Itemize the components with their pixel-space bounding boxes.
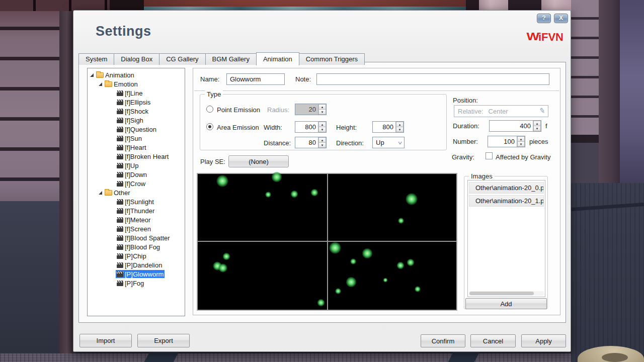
import-button[interactable]: Import: [79, 334, 132, 347]
tab-common-triggers[interactable]: Common Triggers: [299, 53, 365, 65]
height-spin-buttons[interactable]: ▲▼: [395, 122, 404, 132]
tree-item[interactable]: [f]Thunder: [88, 206, 185, 215]
image-list-item[interactable]: Other\animation-20_1.pn: [469, 195, 544, 207]
tab-cg-gallery[interactable]: CG Gallery: [159, 53, 205, 65]
tree-item[interactable]: [f]Line: [88, 88, 185, 98]
spin-down-icon: ▼: [318, 143, 326, 148]
pencil-edit-icon[interactable]: ✎: [539, 106, 546, 115]
tree-item[interactable]: [f]Sigh: [88, 116, 185, 125]
glow-particle: [222, 253, 230, 260]
background-red-beam: [144, 0, 466, 7]
distance-stepper[interactable]: 80 ▲▼: [295, 137, 327, 148]
tree-item[interactable]: Other: [88, 188, 185, 197]
help-button[interactable]: ?: [537, 14, 551, 23]
background-top-column: [110, 0, 144, 11]
tree-item[interactable]: [f]Sunlight: [88, 197, 185, 206]
tree-item[interactable]: [f]Sun: [88, 134, 185, 143]
tree-item[interactable]: [P]Glowworm: [88, 269, 185, 279]
width-stepper[interactable]: 800 ▲▼: [295, 121, 327, 133]
animation-clapper-icon: [117, 154, 123, 159]
folder-icon: [105, 81, 112, 87]
animation-clapper-icon: [117, 100, 123, 105]
point-emission-radio[interactable]: [206, 106, 213, 113]
logo-text: iFVN: [538, 31, 564, 44]
number-stepper[interactable]: 100 ▲▼: [488, 136, 525, 147]
tab-bgm-gallery[interactable]: BGM Gallery: [205, 53, 257, 65]
tree-item[interactable]: [P]Chip: [88, 251, 185, 260]
tree-item-label: [f]Ellipsis: [125, 99, 150, 106]
height-stepper[interactable]: 800 ▲▼: [372, 121, 404, 133]
tree-item[interactable]: [f]Blood Spatter: [88, 233, 185, 242]
add-image-button[interactable]: Add: [465, 298, 547, 309]
background-top-gap: [508, 0, 541, 11]
position-label: Position:: [453, 97, 478, 104]
tree-item[interactable]: [f]Broken Heart: [88, 152, 185, 161]
glow-particle: [383, 278, 388, 283]
background-floor-band: [448, 352, 480, 362]
animation-clapper-icon: [117, 136, 123, 141]
confirm-button[interactable]: Confirm: [421, 334, 465, 347]
tree-item-cell: [f]Sunlight: [116, 198, 155, 206]
play-se-label: Play SE:: [200, 158, 225, 165]
tree-item[interactable]: [f]Down: [88, 170, 185, 179]
tree-item-label: [f]Blood Spatter: [125, 234, 170, 242]
animation-clapper-icon: [117, 127, 123, 132]
distance-spin-buttons[interactable]: ▲▼: [318, 137, 326, 148]
tree-item-cell: [P]Chip: [116, 252, 147, 260]
tab-dialog-box[interactable]: Dialog Box: [114, 53, 159, 65]
tree-item[interactable]: [f]Crow: [88, 179, 185, 188]
direction-dropdown[interactable]: Up v: [372, 137, 405, 148]
tab-system[interactable]: System: [78, 53, 114, 65]
tree-item[interactable]: [f]Meteor: [88, 215, 185, 224]
spin-down-icon: ▼: [318, 127, 326, 132]
tree-item-label: [P]Dandelion: [125, 261, 162, 269]
duration-spin-buttons[interactable]: ▲▼: [533, 121, 541, 131]
number-spin-buttons[interactable]: ▲▼: [517, 136, 525, 147]
name-input[interactable]: Glowworm: [226, 73, 285, 85]
animation-clapper-icon: [117, 118, 123, 123]
tree-item[interactable]: [P]Fog: [88, 279, 185, 288]
tree-item[interactable]: [f]Ellipsis: [88, 98, 185, 107]
spin-up-icon: ▲: [318, 122, 326, 127]
note-input[interactable]: [316, 73, 549, 85]
cancel-button[interactable]: Cancel: [470, 334, 516, 347]
play-se-button[interactable]: (None): [228, 155, 289, 167]
images-groupbox: Images Other\animation-20_0.pnOther\anim…: [464, 176, 548, 309]
expand-triangle-icon[interactable]: [99, 191, 102, 195]
tree-item[interactable]: [f]Shock: [88, 107, 185, 116]
apply-button[interactable]: Apply: [521, 334, 566, 347]
area-emission-radio[interactable]: [206, 123, 213, 130]
tree-item[interactable]: [f]Question: [88, 125, 185, 134]
duration-stepper[interactable]: 400 ▲▼: [489, 120, 541, 132]
preview-canvas[interactable]: [197, 173, 457, 311]
tree-item[interactable]: [f]Screen: [88, 224, 185, 233]
glow-particle: [265, 192, 271, 198]
tree-item[interactable]: [P]Dandelion: [88, 260, 185, 269]
tree-item[interactable]: Animation: [88, 70, 185, 79]
gravity-checkbox[interactable]: [486, 152, 493, 159]
background-floor-band: [144, 352, 179, 362]
glow-particle: [335, 288, 341, 294]
image-list-item[interactable]: Other\animation-20_0.pn: [469, 182, 544, 194]
tab-bar: SystemDialog BoxCG GalleryBGM GalleryAni…: [78, 52, 364, 65]
expand-triangle-icon[interactable]: [90, 73, 94, 77]
horizontal-scrollbar[interactable]: [469, 291, 544, 296]
images-listbox[interactable]: Other\animation-20_0.pnOther\animation-2…: [467, 180, 545, 297]
tree-item[interactable]: [f]Blood Fog: [88, 242, 185, 251]
tree-item[interactable]: Emotion: [88, 79, 185, 88]
scrollbar-thumb[interactable]: [469, 292, 534, 295]
tree-item[interactable]: [f]Up: [88, 161, 185, 170]
spin-up-icon: ▲: [318, 104, 326, 110]
type-groupbox: Type Point Emission Radius: 20 ▲▼ Area E…: [200, 94, 447, 150]
width-spin-buttons[interactable]: ▲▼: [318, 122, 326, 132]
export-button[interactable]: Export: [137, 334, 190, 347]
tree-item[interactable]: [f]Heart: [88, 143, 185, 152]
expand-triangle-icon[interactable]: [99, 82, 102, 86]
images-legend: Images: [469, 172, 495, 180]
radius-spin-buttons[interactable]: ▲▼: [318, 104, 326, 115]
tree-item-label: [f]Down: [125, 171, 147, 178]
animation-clapper-icon: [117, 217, 123, 223]
separator: [194, 90, 559, 91]
close-button[interactable]: X: [554, 14, 568, 23]
tab-animation[interactable]: Animation: [256, 52, 299, 65]
